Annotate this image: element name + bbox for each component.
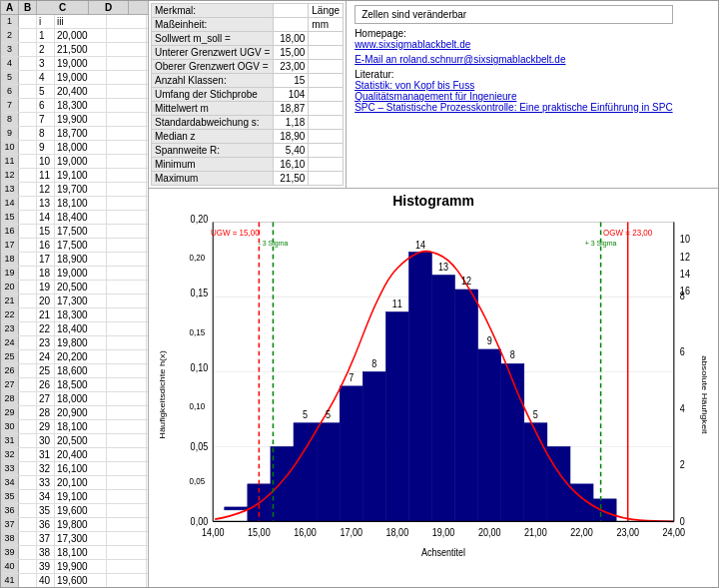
cell-a[interactable] (19, 169, 37, 182)
cell-d[interactable] (107, 141, 147, 154)
cell-c[interactable]: 17,300 (55, 294, 107, 307)
cell-a[interactable] (19, 364, 37, 377)
cell-a[interactable] (19, 392, 37, 405)
cell-c[interactable]: 19,100 (55, 490, 107, 503)
param-value[interactable]: 18,87 (274, 102, 309, 116)
cell-c[interactable]: 20,900 (55, 406, 107, 419)
cell-b[interactable]: 3 (37, 57, 55, 70)
cell-c[interactable]: 18,300 (55, 99, 107, 112)
cell-b[interactable]: 38 (37, 546, 55, 559)
cell-b[interactable]: 29 (37, 420, 55, 433)
cell-a[interactable] (19, 560, 37, 573)
cell-b[interactable]: 33 (37, 476, 55, 489)
cell-c[interactable]: 19,100 (55, 169, 107, 182)
cell-a[interactable] (19, 239, 37, 252)
cell-a[interactable] (19, 490, 37, 503)
cell-a[interactable] (19, 434, 37, 447)
cell-c[interactable]: 18,700 (55, 127, 107, 140)
cell-c[interactable]: 18,400 (55, 211, 107, 224)
cell-c[interactable]: 19,600 (55, 574, 107, 587)
cell-a[interactable] (19, 267, 37, 280)
cell-d[interactable] (107, 71, 147, 84)
cell-d[interactable] (107, 336, 147, 349)
cell-d[interactable] (107, 518, 147, 531)
cell-b[interactable]: 13 (37, 197, 55, 210)
cell-d[interactable] (107, 392, 147, 405)
lit1-link[interactable]: Statistik: von Kopf bis Fuss (355, 80, 474, 91)
cell-a[interactable] (19, 57, 37, 70)
cell-d[interactable] (107, 364, 147, 377)
cell-c[interactable]: 19,700 (55, 183, 107, 196)
cell-c[interactable]: 18,000 (55, 141, 107, 154)
cell-d[interactable] (107, 294, 147, 307)
cell-c[interactable]: 18,100 (55, 197, 107, 210)
cell-c[interactable]: 20,500 (55, 434, 107, 447)
cell-d[interactable] (107, 197, 147, 210)
cell-c[interactable]: 19,000 (55, 71, 107, 84)
lit2-link[interactable]: Qualitätsmanagement für Ingenieure (355, 91, 516, 102)
cell-d[interactable] (107, 420, 147, 433)
cell-b[interactable]: 12 (37, 183, 55, 196)
cell-d[interactable] (107, 560, 147, 573)
cell-d[interactable] (107, 476, 147, 489)
cell-a[interactable] (19, 574, 37, 587)
param-value[interactable]: 21,50 (274, 172, 309, 186)
cell-c[interactable]: 19,800 (55, 336, 107, 349)
cell-c[interactable]: 20,100 (55, 476, 107, 489)
cell-a[interactable] (19, 378, 37, 391)
cell-d[interactable] (107, 350, 147, 363)
cell-b[interactable]: 20 (37, 294, 55, 307)
cell-a[interactable] (19, 476, 37, 489)
cell-b[interactable]: 30 (37, 434, 55, 447)
cell-b[interactable]: 15 (37, 225, 55, 238)
cell-a[interactable] (19, 99, 37, 112)
cell-a[interactable] (19, 420, 37, 433)
cell-b[interactable]: 22 (37, 322, 55, 335)
cell-c[interactable]: 19,600 (55, 504, 107, 517)
cell-b[interactable]: 16 (37, 239, 55, 252)
cell-b[interactable]: 35 (37, 504, 55, 517)
cell-c[interactable]: 19,000 (55, 57, 107, 70)
cell-a[interactable] (19, 141, 37, 154)
cell-a[interactable] (19, 518, 37, 531)
cell-a[interactable] (19, 350, 37, 363)
cell-b[interactable]: 1 (37, 29, 55, 42)
cell-c[interactable]: 18,600 (55, 364, 107, 377)
cell-b[interactable]: 8 (37, 127, 55, 140)
cell-c[interactable]: 19,800 (55, 518, 107, 531)
cell-b[interactable]: 4 (37, 71, 55, 84)
cell-b[interactable]: 34 (37, 490, 55, 503)
cell-d[interactable] (107, 43, 147, 56)
cell-b[interactable]: 14 (37, 211, 55, 224)
cell-d[interactable] (107, 546, 147, 559)
cell-c[interactable]: 17,300 (55, 532, 107, 545)
cell-a[interactable] (19, 504, 37, 517)
cell-b[interactable]: 9 (37, 141, 55, 154)
cell-b[interactable]: 11 (37, 169, 55, 182)
cell-d[interactable] (107, 574, 147, 587)
cell-c[interactable]: 19,900 (55, 113, 107, 126)
cell-b[interactable]: 24 (37, 350, 55, 363)
cell-c[interactable]: 18,100 (55, 420, 107, 433)
cell-b[interactable]: 2 (37, 43, 55, 56)
cell-a[interactable] (19, 406, 37, 419)
param-value[interactable]: 5,40 (274, 144, 309, 158)
cell-d[interactable] (107, 253, 147, 266)
cell-b[interactable]: 40 (37, 574, 55, 587)
cell-a[interactable] (19, 29, 37, 42)
cell-a[interactable] (19, 15, 37, 28)
param-value[interactable]: 23,00 (274, 60, 309, 74)
email-link[interactable]: E-Mail an roland.schnurr@sixsigmablackbe… (355, 54, 565, 65)
cell-b[interactable]: 23 (37, 336, 55, 349)
cell-a[interactable] (19, 43, 37, 56)
cell-b[interactable]: 19 (37, 281, 55, 294)
param-value[interactable]: 15,00 (274, 46, 309, 60)
cell-a[interactable] (19, 85, 37, 98)
cell-c[interactable]: 19,000 (55, 267, 107, 280)
cell-d[interactable] (107, 281, 147, 294)
cell-c[interactable]: 19,900 (55, 560, 107, 573)
cell-a[interactable] (19, 127, 37, 140)
param-value[interactable]: 18,90 (274, 130, 309, 144)
cell-d[interactable] (107, 113, 147, 126)
cell-b[interactable]: 39 (37, 560, 55, 573)
